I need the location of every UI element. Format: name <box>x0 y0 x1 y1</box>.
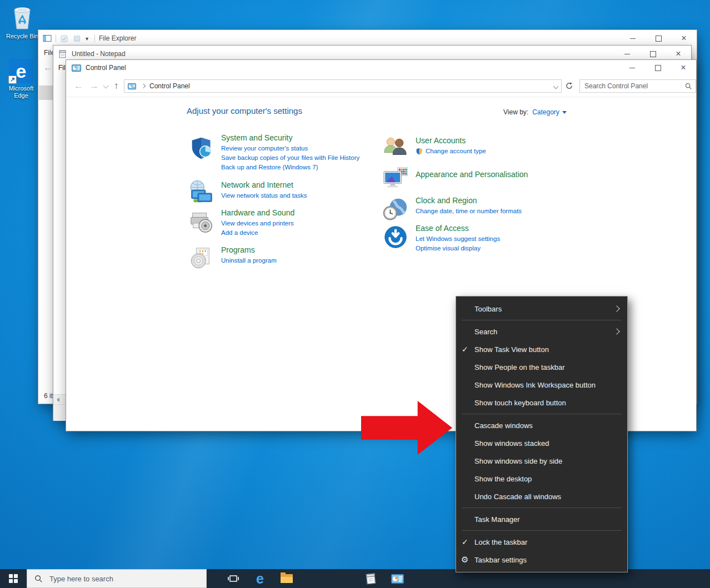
desktop-icon-recycle-bin[interactable]: Recycle Bin <box>3 2 41 40</box>
network-internet-icon[interactable] <box>188 180 214 205</box>
task-link[interactable]: Let Windows suggest settings <box>416 234 599 244</box>
menu-item-show-task-view-button[interactable]: ✓ Show Task View button <box>456 340 627 358</box>
category-title[interactable]: Network and Internet <box>221 180 404 189</box>
check-icon: ✓ <box>462 345 468 354</box>
menu-separator <box>462 530 622 531</box>
task-link[interactable]: Save backup copies of your files with Fi… <box>221 153 404 163</box>
menu-item-show-windows-side-by-side[interactable]: Show windows side by side <box>456 452 627 470</box>
control-panel-search-input[interactable] <box>583 82 684 91</box>
menu-item-show-windows-stacked[interactable]: Show windows stacked <box>456 434 627 452</box>
category-title[interactable]: User Accounts <box>416 136 599 145</box>
category-title[interactable]: Programs <box>221 245 404 254</box>
nav-forward-icon[interactable]: → <box>89 81 99 91</box>
address-bar[interactable]: Control Panel <box>124 79 562 93</box>
category-title[interactable]: Appearance and Personalisation <box>416 170 599 179</box>
view-by-control: View by: Category <box>503 108 567 116</box>
view-by-dropdown[interactable]: Category <box>532 108 567 116</box>
category-title[interactable]: Hardware and Sound <box>221 208 404 217</box>
task-link[interactable]: Uninstall a program <box>221 256 404 265</box>
menu-item-show-the-desktop[interactable]: Show the desktop <box>456 470 627 488</box>
taskbar-search-input[interactable] <box>48 574 184 584</box>
minimize-button[interactable] <box>619 60 645 76</box>
page-title: Adjust your computer's settings <box>187 106 302 115</box>
menu-item-cascade-windows[interactable]: Cascade windows <box>456 416 627 434</box>
search-icon[interactable] <box>684 82 692 90</box>
menu-item-lock-the-taskbar[interactable]: ✓ Lock the taskbar <box>456 533 627 551</box>
gear-icon: ⚙ <box>461 555 468 565</box>
taskbar-file-explorer-button[interactable] <box>274 569 299 588</box>
task-link[interactable]: View network status and tasks <box>221 191 404 200</box>
breadcrumb[interactable]: Control Panel <box>149 82 190 90</box>
task-link-with-shield[interactable]: Change account type <box>416 147 599 156</box>
category-title[interactable]: Clock and Region <box>416 196 599 205</box>
menu-item-toolbars[interactable]: Toolbars <box>456 300 627 318</box>
taskbar-search-box[interactable] <box>27 569 207 588</box>
category-programs: Programs Uninstall a program <box>221 245 404 265</box>
qat-separator <box>94 34 95 42</box>
qat-separator <box>56 34 56 42</box>
edge-icon: e <box>256 572 264 586</box>
task-view-icon <box>228 573 239 584</box>
task-view-button[interactable] <box>221 569 246 588</box>
task-link[interactable]: Optimise visual display <box>416 244 599 253</box>
category-system-and-security: System and Security Review your computer… <box>221 133 404 172</box>
scrollbar-left-arrow-icon[interactable] <box>53 395 63 404</box>
close-button[interactable]: × <box>671 30 697 47</box>
desktop-icon-microsoft-edge[interactable]: e Microsoft Edge <box>2 59 40 99</box>
maximize-button[interactable] <box>645 60 671 76</box>
menu-item-undo-cascade[interactable]: Undo Cascade all windows <box>456 488 627 505</box>
category-clock-and-region: Clock and Region Change date, time or nu… <box>416 196 599 216</box>
control-panel-title: Control Panel <box>86 64 126 72</box>
task-link[interactable]: Review your computer's status <box>221 144 404 153</box>
start-button[interactable] <box>0 569 27 588</box>
menu-item-search[interactable]: Search <box>456 323 627 340</box>
menu-item-task-manager[interactable]: Task Manager <box>456 510 627 528</box>
nav-back-icon[interactable]: ← <box>74 81 83 91</box>
category-user-accounts: User Accounts Change account type <box>416 136 599 156</box>
menu-item-show-touch-keyboard[interactable]: Show touch keyboard button <box>456 394 627 411</box>
task-link[interactable]: View devices and printers <box>221 219 404 228</box>
category-title[interactable]: System and Security <box>221 133 404 142</box>
system-security-icon[interactable] <box>188 135 214 161</box>
file-explorer-back-icon[interactable]: ← <box>43 63 53 72</box>
breadcrumb-chevron-icon <box>141 84 146 88</box>
menu-separator <box>462 414 622 414</box>
nav-up-icon[interactable]: ↑ <box>114 81 119 91</box>
menu-item-show-ink-workspace[interactable]: Show Windows Ink Workspace button <box>456 376 627 394</box>
clock-region-icon[interactable] <box>383 197 408 222</box>
close-button[interactable]: × <box>671 60 696 76</box>
taskbar-control-panel-button[interactable] <box>386 569 408 588</box>
task-link[interactable]: Add a device <box>221 228 404 238</box>
check-icon: ✓ <box>462 537 468 546</box>
minimize-button[interactable] <box>620 30 646 47</box>
address-dropdown-caret-icon[interactable] <box>553 83 559 89</box>
taskbar-edge-button[interactable]: e <box>248 569 272 588</box>
user-accounts-icon[interactable] <box>383 135 408 161</box>
taskbar-notepad-button[interactable] <box>359 569 382 588</box>
hardware-sound-icon[interactable] <box>188 209 214 235</box>
qat-new-folder-icon[interactable] <box>73 34 81 43</box>
file-explorer-titlebar[interactable]: ▾ File Explorer × <box>38 30 697 47</box>
qat-properties-icon[interactable] <box>60 34 68 43</box>
screen: Recycle Bin e Microsoft Edge ▾ <box>0 0 710 588</box>
refresh-icon[interactable] <box>565 82 573 92</box>
menu-item-show-people[interactable]: Show People on the taskbar <box>456 358 627 376</box>
control-panel-window-icon <box>72 63 81 73</box>
category-hardware-and-sound: Hardware and Sound View devices and prin… <box>221 208 404 238</box>
control-panel-search-box[interactable] <box>579 79 696 93</box>
ease-of-access-icon[interactable] <box>383 224 408 250</box>
task-link[interactable]: Change date, time or number formats <box>416 207 599 216</box>
task-link[interactable]: Back up and Restore (Windows 7) <box>221 163 404 172</box>
category-title[interactable]: Ease of Access <box>416 224 599 233</box>
control-panel-titlebar[interactable]: Control Panel × <box>66 60 696 76</box>
menu-separator <box>462 507 622 508</box>
maximize-button[interactable] <box>646 30 671 47</box>
notepad-window-icon <box>58 49 67 59</box>
appearance-personalisation-icon[interactable] <box>383 166 408 192</box>
menu-item-taskbar-settings[interactable]: ⚙ Taskbar settings <box>456 551 627 569</box>
programs-icon[interactable] <box>188 245 214 271</box>
nav-history-caret-icon[interactable] <box>103 83 109 89</box>
address-control-panel-icon <box>128 82 136 91</box>
shortcut-arrow-icon <box>8 76 17 84</box>
qat-customize-caret-icon[interactable]: ▾ <box>86 36 88 42</box>
